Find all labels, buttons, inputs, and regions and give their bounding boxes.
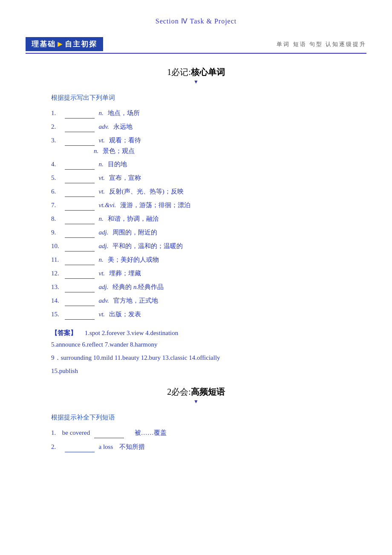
vocab-list: 1. n. 地点，场所 2. adv. 永远地 3. vt. 观看；看待 n. … (51, 108, 366, 320)
answer-line-3: 9．surrounding 10.mild 11.beauty 12.bury … (51, 352, 366, 364)
banner-left-part1: 理基础 (32, 39, 56, 49)
banner-right-nav: 单词 短语 句型 认知逐级提升 (277, 40, 366, 48)
vocab-item-12: 12. vt. 埋葬；埋藏 (51, 268, 366, 279)
vocab-item-14: 14. adv. 官方地，正式地 (51, 295, 366, 306)
vocab-item-5: 5. vt. 宣布，宣称 (51, 173, 366, 183)
answer-line-1: 1.spot 2.forever 3.view 4.destination (78, 330, 179, 336)
vocab-item-15: 15. vt. 出版；发表 (51, 309, 366, 320)
part1-num: 1 (167, 67, 171, 77)
banner-left: 理基础 ▶ 自主初探 (26, 37, 103, 51)
part2-prefix: 必会: (171, 387, 191, 396)
vocab-item-9: 9. adj. 周围的，附近的 (51, 227, 366, 238)
part1-title-text: 核心单词 (191, 67, 225, 77)
part2-arrow-down: ▼ (26, 399, 366, 405)
answer-label: 【答案】 (51, 330, 77, 336)
phrase-item-1: 1. be covered 被……覆盖 (51, 428, 366, 438)
vocab-item-6: 6. vt. 反射(声、光、热等)；反映 (51, 186, 366, 197)
banner-arrow: ▶ (58, 40, 63, 48)
vocab-item-7: 7. vt.&vi. 漫游，游荡；徘徊；漂泊 (51, 200, 366, 211)
part2-instruction: 根据提示补全下列短语 (51, 413, 366, 422)
answer-line-2: 5.announce 6.reflect 7.wander 8.harmony (51, 339, 366, 350)
banner-left-part2: 自主初探 (65, 39, 97, 49)
vocab-item-8: 8. n. 和谐，协调，融洽 (51, 214, 366, 224)
part2-title: 2必会:高频短语 ▼ (26, 386, 366, 405)
part2-num: 2 (167, 387, 171, 396)
vocab-item-2: 2. adv. 永远地 (51, 121, 366, 132)
vocab-item-1: 1. n. 地点，场所 (51, 108, 366, 119)
vocab-item-13: 13. adj. 经典的 n.经典作品 (51, 282, 366, 292)
part1-arrow-down: ▼ (26, 79, 366, 85)
answer-line-4: 15.publish (51, 365, 366, 377)
section-title: Section Ⅳ Task & Project (26, 17, 366, 25)
vocab-item-4: 4. n. 目的地 (51, 159, 366, 170)
answer-block: 【答案】 1.spot 2.forever 3.view 4.destinati… (51, 327, 366, 377)
part1-title: 1必记:核心单词 ▼ (26, 66, 366, 85)
phrase-list: 1. be covered 被……覆盖 2. a loss 不知所措 (51, 428, 366, 452)
header-banner: 理基础 ▶ 自主初探 单词 短语 句型 认知逐级提升 (26, 37, 366, 54)
vocab-item-3: 3. vt. 观看；看待 n. 景色；观点 (51, 135, 366, 156)
vocab-item-10: 10. adj. 平和的，温和的；温暖的 (51, 241, 366, 251)
part1-prefix: 必记: (171, 67, 191, 77)
phrase-item-2: 2. a loss 不知所措 (51, 442, 366, 452)
vocab-item-11: 11. n. 美；美好的人或物 (51, 254, 366, 265)
part2-title-text: 高频短语 (191, 387, 225, 396)
part1-instruction: 根据提示写出下列单词 (51, 94, 366, 102)
